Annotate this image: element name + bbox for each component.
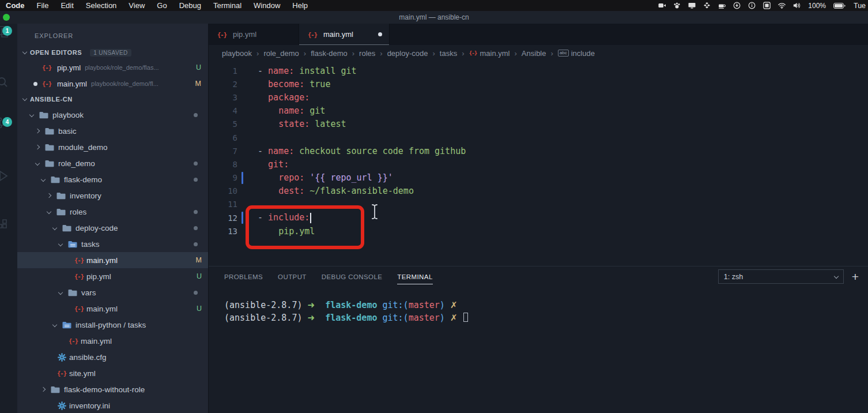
menu-debug[interactable]: Debug: [179, 1, 201, 10]
breadcrumb-playbook[interactable]: playbook: [222, 49, 252, 58]
tree-item-label: main.yml: [86, 256, 118, 265]
breadcrumb-main.yml[interactable]: main.yml: [469, 49, 510, 58]
terminal-output[interactable]: (ansible-2.8.7) ➜ flask-demo git:(master…: [209, 287, 868, 325]
modified-dot-icon: [194, 113, 198, 117]
menu-file[interactable]: File: [37, 1, 49, 10]
activity-debug[interactable]: [0, 168, 17, 200]
panel-tab-terminal[interactable]: TERMINAL: [397, 266, 432, 287]
activity-extensions[interactable]: [0, 216, 17, 249]
folder-icon: [51, 176, 60, 183]
tree-file-site.yml[interactable]: site.yml: [17, 365, 208, 381]
code-line-3[interactable]: 3 package:: [209, 91, 868, 104]
breadcrumb-label: playbook: [222, 49, 252, 58]
git-status-badge: U: [197, 305, 202, 313]
dropbox-icon[interactable]: [703, 2, 711, 9]
breadcrumb-deploy-code[interactable]: deploy-code: [387, 49, 428, 58]
wifi-icon[interactable]: [778, 2, 786, 9]
panel-tab-output[interactable]: OUTPUT: [278, 266, 307, 287]
menu-go[interactable]: Go: [157, 1, 167, 10]
tree-folder-vars[interactable]: vars: [17, 284, 208, 301]
code-line-9[interactable]: 9 repo: '{{ repo_url }}': [209, 171, 868, 185]
chevron-down-icon: [833, 273, 838, 278]
editor-tab-pip.yml[interactable]: pip.yml: [209, 24, 299, 45]
tree-file-inventory.ini[interactable]: inventory.ini: [17, 397, 208, 413]
tree-folder-module-demo[interactable]: module_demo: [17, 139, 208, 155]
tree-folder-inventory[interactable]: inventory: [17, 187, 208, 204]
breadcrumb-flask-demo[interactable]: flask-demo: [311, 49, 348, 58]
tree-file-main.yml[interactable]: main.ymlM: [17, 252, 208, 268]
tree-file-main.yml[interactable]: main.ymlU: [17, 301, 208, 317]
tree-folder-flask-demo-without-role[interactable]: flask-demo-without-role: [17, 381, 208, 397]
chevron-down-icon: [58, 242, 63, 246]
editor-tab-main.yml[interactable]: main.yml: [299, 24, 390, 45]
tree-folder-basic[interactable]: basic: [17, 123, 208, 139]
menu-edit[interactable]: Edit: [61, 1, 73, 10]
volume-icon[interactable]: [793, 2, 801, 9]
tree-file-pip.yml[interactable]: pip.ymlU: [17, 268, 208, 284]
info-icon[interactable]: [748, 2, 756, 9]
tree-folder-install-python-tasks[interactable]: install-python / tasks: [17, 317, 208, 333]
yaml-icon: [74, 305, 84, 312]
breadcrumb-tasks[interactable]: tasks: [440, 49, 457, 58]
paw-icon[interactable]: [673, 2, 681, 9]
tree-folder-roles[interactable]: roles: [17, 204, 208, 220]
menu-help[interactable]: Help: [292, 1, 308, 10]
input-source-icon[interactable]: [763, 2, 771, 9]
tree-item-label: ansible.cfg: [69, 353, 107, 362]
menu-window[interactable]: Window: [254, 1, 280, 10]
chevron-down-icon: [47, 209, 51, 214]
breadcrumb-label: main.yml: [480, 49, 510, 58]
git-status-badge: M: [196, 256, 202, 264]
breadcrumb-include[interactable]: abcinclude: [558, 49, 595, 58]
tree-folder-playbook[interactable]: playbook: [17, 107, 208, 123]
activity-search[interactable]: [0, 74, 17, 107]
folder-icon: [56, 192, 66, 200]
code-line-4[interactable]: 4 name: git: [209, 104, 868, 118]
traffic-light-green[interactable]: [3, 14, 10, 21]
breadcrumb-role-demo[interactable]: role_demo: [263, 49, 299, 58]
new-terminal-button[interactable]: [852, 271, 859, 283]
menu-view[interactable]: View: [129, 1, 145, 10]
activity-explorer[interactable]: 1: [0, 24, 17, 56]
code-line-7[interactable]: 7- name: checkout source code from githu…: [209, 144, 868, 157]
code-line-12[interactable]: 12- include:: [209, 211, 868, 224]
coffee-icon[interactable]: [718, 2, 726, 9]
project-header[interactable]: ANSIBLE-CN: [17, 92, 208, 107]
menu-selection[interactable]: Selection: [86, 1, 116, 10]
panel-tabs: PROBLEMSOUTPUTDEBUG CONSOLETERMINAL: [224, 266, 433, 287]
code-line-11[interactable]: 11: [209, 198, 868, 211]
tree-file-main.yml[interactable]: main.yml: [17, 333, 208, 349]
panel-tab-problems[interactable]: PROBLEMS: [224, 266, 263, 287]
code-line-1[interactable]: 1- name: install git: [209, 64, 868, 77]
open-editor-main.yml[interactable]: main.ymlplaybook/role_demo/fl...M: [17, 76, 208, 92]
code-line-8[interactable]: 8 git:: [209, 157, 868, 171]
tree-folder-tasks[interactable]: tasks: [17, 236, 208, 252]
shell-select-value: 1: zsh: [724, 273, 743, 281]
breadcrumb-roles[interactable]: roles: [359, 49, 375, 58]
code-line-2[interactable]: 2 become: true: [209, 77, 868, 91]
code-text: dest: ~/flask-ansible-demo: [258, 186, 414, 196]
code-text: state: latest: [258, 119, 346, 129]
code-line-13[interactable]: 13 pip.yml: [209, 224, 868, 238]
tree-folder-role-demo[interactable]: role_demo: [17, 155, 208, 171]
code-line-6[interactable]: 6: [209, 131, 868, 144]
menu-terminal[interactable]: Terminal: [213, 1, 241, 10]
code-editor[interactable]: 1- name: install git2 become: true3 pack…: [209, 61, 868, 266]
activity-source-control[interactable]: 4: [0, 115, 17, 147]
code-line-5[interactable]: 5 state: latest: [209, 118, 868, 131]
tree-folder-deploy-code[interactable]: deploy-code: [17, 220, 208, 236]
open-editor-pip.yml[interactable]: pip.ymlplaybook/role_demo/flas...U: [17, 59, 208, 76]
camera-icon[interactable]: [658, 2, 666, 9]
open-editors-header[interactable]: OPEN EDITORS 1 UNSAVED: [17, 46, 208, 59]
terminal-shell-select[interactable]: 1: zsh: [718, 269, 844, 284]
download-icon[interactable]: [733, 2, 741, 9]
display-icon[interactable]: [688, 2, 696, 9]
panel-tab-debug-console[interactable]: DEBUG CONSOLE: [322, 266, 383, 287]
code-line-10[interactable]: 10 dest: ~/flask-ansible-demo: [209, 185, 868, 198]
breadcrumb-ansible[interactable]: Ansible: [522, 49, 546, 58]
tree-item-label: role_demo: [58, 159, 95, 168]
window-titlebar[interactable]: main.yml — ansible-cn: [0, 11, 868, 24]
app-menu-code[interactable]: Code: [6, 1, 25, 10]
tree-folder-flask-demo[interactable]: flask-demo: [17, 171, 208, 187]
tree-file-ansible.cfg[interactable]: ansible.cfg: [17, 349, 208, 365]
